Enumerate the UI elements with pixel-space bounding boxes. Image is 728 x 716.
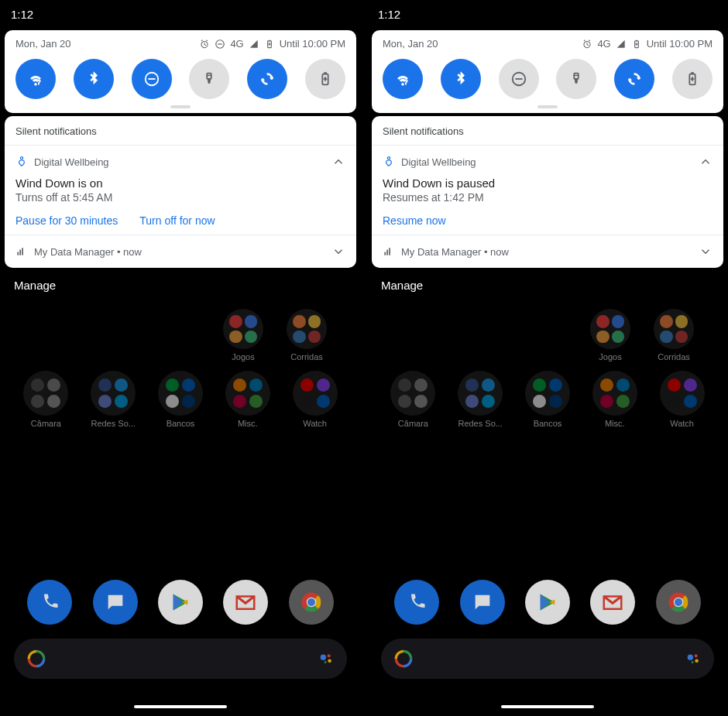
signal-icon xyxy=(616,39,627,50)
action-turnoff[interactable]: Turn off for now xyxy=(139,214,215,227)
qs-tiles xyxy=(15,59,345,99)
dock-chrome[interactable] xyxy=(289,580,334,625)
manage-button[interactable]: Manage xyxy=(381,279,423,292)
folder-corridas[interactable]: Corridas xyxy=(283,309,330,361)
svg-point-27 xyxy=(325,661,327,663)
wellbeing-icon xyxy=(15,156,28,168)
folder-bancos[interactable]: Bancos xyxy=(520,371,575,428)
status-time: 1:12 xyxy=(367,0,728,24)
dock-messages[interactable] xyxy=(460,580,505,625)
alarm-icon xyxy=(582,39,592,50)
tile-wifi[interactable] xyxy=(383,59,423,99)
folder-jogos[interactable]: Jogos xyxy=(587,309,634,361)
dnd-icon xyxy=(143,70,160,87)
bluetooth-icon xyxy=(452,70,469,87)
chevron-up-icon[interactable] xyxy=(331,155,345,169)
folder-misc[interactable]: Misc. xyxy=(221,371,275,428)
qs-date: Mon, Jan 20 xyxy=(383,38,438,50)
nav-handle[interactable] xyxy=(134,705,227,708)
gmail-icon xyxy=(601,591,624,614)
network-label: 4G xyxy=(597,38,610,50)
tile-bluetooth[interactable] xyxy=(74,59,114,99)
dock-chrome[interactable] xyxy=(656,580,701,625)
dock xyxy=(0,580,361,625)
dnd-icon xyxy=(510,70,527,87)
search-bar[interactable] xyxy=(381,639,714,679)
notif-subtitle: Resumes at 1:42 PM xyxy=(383,191,713,204)
dock-play[interactable] xyxy=(525,580,570,625)
play-icon xyxy=(170,591,191,613)
tile-battery-saver[interactable] xyxy=(305,59,345,99)
qs-tiles xyxy=(383,59,713,99)
action-pause[interactable]: Pause for 30 minutes xyxy=(15,214,118,227)
folder-camara[interactable]: Câmara xyxy=(19,371,73,428)
status-time: 1:12 xyxy=(0,0,361,24)
manage-button[interactable]: Manage xyxy=(14,279,56,292)
wifi-icon xyxy=(394,70,411,87)
notification-datamanager[interactable]: My Data Manager • now xyxy=(372,235,723,268)
folder-redes[interactable]: Redes So... xyxy=(453,371,507,428)
tile-dnd[interactable] xyxy=(132,59,172,99)
nav-handle[interactable] xyxy=(501,705,594,708)
dock-gmail[interactable] xyxy=(590,580,635,625)
folder-jogos[interactable]: Jogos xyxy=(220,309,266,361)
google-g-icon xyxy=(393,649,414,669)
folder-camara[interactable]: Câmara xyxy=(386,371,440,428)
bars-icon xyxy=(383,246,393,257)
dock-gmail[interactable] xyxy=(223,580,268,625)
quick-settings-panel: Mon, Jan 20 4G Until 10:00 PM xyxy=(5,30,356,113)
assistant-icon[interactable] xyxy=(318,650,335,667)
dnd-status-icon xyxy=(215,39,225,50)
bars-icon xyxy=(15,246,26,257)
tile-battery-saver[interactable] xyxy=(672,59,713,99)
battery-until: Until 10:00 PM xyxy=(647,38,713,50)
gmail-icon xyxy=(234,591,257,614)
bluetooth-icon xyxy=(85,70,102,87)
folder-redes[interactable]: Redes So... xyxy=(86,371,140,428)
status-icons: 4G Until 10:00 PM xyxy=(199,38,345,50)
tile-dnd[interactable] xyxy=(499,59,539,99)
messages-icon xyxy=(472,591,493,613)
tile-flashlight[interactable] xyxy=(189,59,229,99)
chevron-up-icon[interactable] xyxy=(699,155,713,169)
qs-drag-handle[interactable] xyxy=(537,105,558,108)
chevron-down-icon[interactable] xyxy=(699,245,713,259)
tile-bluetooth[interactable] xyxy=(441,59,481,99)
tile-autorotate[interactable] xyxy=(614,59,654,99)
silent-header: Silent notifications xyxy=(372,116,723,146)
folder-watch[interactable]: Watch xyxy=(288,371,342,428)
dock-phone[interactable] xyxy=(27,580,72,625)
tile-autorotate[interactable] xyxy=(247,59,287,99)
chevron-down-icon[interactable] xyxy=(331,245,345,259)
phone-right: 1:12 Mon, Jan 20 4G Until 10:00 PM Silen… xyxy=(367,0,728,716)
collapsed-app: My Data Manager xyxy=(34,246,114,258)
assistant-icon[interactable] xyxy=(685,650,702,667)
notification-panel: Silent notifications Digital Wellbeing W… xyxy=(5,116,356,268)
notif-title: Wind Down is on xyxy=(15,176,345,190)
collapsed-app: My Data Manager xyxy=(401,246,481,258)
battery-icon xyxy=(631,39,642,50)
folder-misc[interactable]: Misc. xyxy=(588,371,642,428)
battery-icon xyxy=(264,39,275,50)
autorotate-icon xyxy=(626,70,643,87)
folder-watch[interactable]: Watch xyxy=(655,371,709,428)
play-icon xyxy=(537,591,558,613)
folder-bancos[interactable]: Bancos xyxy=(153,371,208,428)
tile-flashlight[interactable] xyxy=(556,59,596,99)
search-bar[interactable] xyxy=(14,639,347,679)
svg-point-33 xyxy=(675,598,682,606)
action-resume[interactable]: Resume now xyxy=(383,214,446,227)
flashlight-icon xyxy=(568,70,585,87)
dock-play[interactable] xyxy=(158,580,203,625)
dock-phone[interactable] xyxy=(394,580,439,625)
notification-panel: Silent notifications Digital Wellbeing W… xyxy=(372,116,723,268)
alarm-icon xyxy=(199,39,210,50)
tile-wifi[interactable] xyxy=(15,59,56,99)
notification-wellbeing[interactable]: Digital Wellbeing Wind Down is paused Re… xyxy=(372,146,723,235)
folder-corridas[interactable]: Corridas xyxy=(651,309,697,361)
qs-drag-handle[interactable] xyxy=(170,105,191,108)
notification-datamanager[interactable]: My Data Manager • now xyxy=(5,235,356,268)
silent-header: Silent notifications xyxy=(5,116,356,146)
notification-wellbeing[interactable]: Digital Wellbeing Wind Down is on Turns … xyxy=(5,146,356,235)
dock-messages[interactable] xyxy=(93,580,138,625)
